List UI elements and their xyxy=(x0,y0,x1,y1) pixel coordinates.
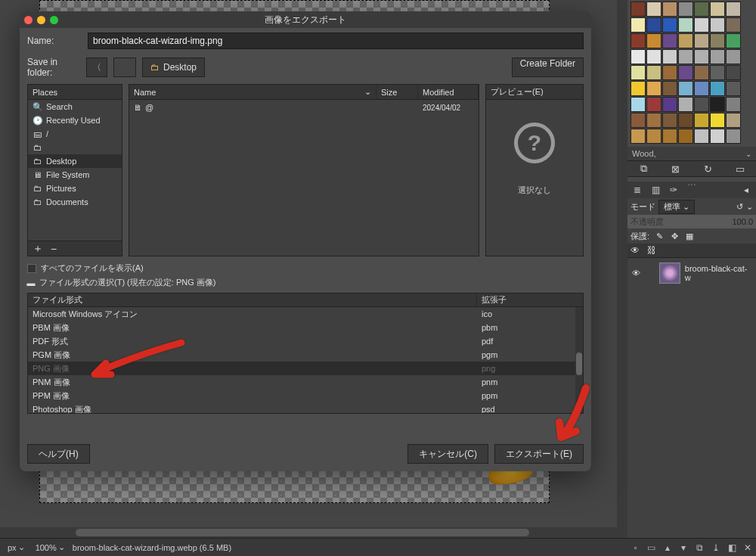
cancel-button[interactable]: キャンセル(C) xyxy=(407,444,488,464)
delete-icon[interactable]: ⊠ xyxy=(670,163,682,175)
places-item[interactable]: 🗀Desktop xyxy=(28,154,122,168)
swatch[interactable] xyxy=(710,33,725,48)
swatch[interactable] xyxy=(631,129,646,144)
new-group-icon[interactable]: ▭ xyxy=(646,542,657,553)
swatch[interactable] xyxy=(646,113,662,128)
move-icon[interactable]: ✥ xyxy=(669,231,680,241)
visibility-toggle-icon[interactable]: 👁 xyxy=(631,269,643,278)
swatch[interactable] xyxy=(631,17,646,33)
swatch[interactable] xyxy=(662,97,677,112)
file-type-select-label[interactable]: ファイル形式の選択(T) (現在の設定: PNG 画像) xyxy=(39,277,215,288)
swatch[interactable] xyxy=(631,81,646,96)
swatch[interactable] xyxy=(710,81,725,96)
swatch[interactable] xyxy=(678,2,693,17)
places-item[interactable]: 🗀Pictures xyxy=(28,182,122,195)
swatch[interactable] xyxy=(678,97,693,112)
swatch[interactable] xyxy=(726,65,741,80)
swatch[interactable] xyxy=(694,81,709,96)
swatch[interactable] xyxy=(631,49,646,64)
swatch[interactable] xyxy=(646,33,662,48)
swatch[interactable] xyxy=(662,65,677,80)
layer-item[interactable]: 👁 broom-black-cat-w xyxy=(631,261,753,285)
scrollbar-vertical[interactable] xyxy=(617,0,627,527)
swatch[interactable] xyxy=(726,113,741,128)
alpha-icon[interactable]: ▦ xyxy=(684,231,695,241)
swatch[interactable] xyxy=(694,17,709,33)
create-folder-button[interactable]: Create Folder xyxy=(512,57,584,77)
open-icon[interactable]: ▭ xyxy=(734,163,746,175)
swatch[interactable] xyxy=(726,17,741,33)
layers-tab-icon[interactable]: ≣ xyxy=(631,183,644,197)
swatch[interactable] xyxy=(726,49,741,64)
swatch-label-row[interactable]: Wood, ⌄ xyxy=(627,147,756,160)
merge-icon[interactable]: ⤓ xyxy=(711,542,721,553)
swatch[interactable] xyxy=(631,113,646,128)
pattern-swatches[interactable] xyxy=(627,0,756,147)
tab-menu-icon[interactable]: ◂ xyxy=(739,183,753,197)
swatch[interactable] xyxy=(662,17,677,33)
filetype-row[interactable]: PPM 画像ppm xyxy=(28,389,583,402)
swatch[interactable] xyxy=(678,129,693,144)
path-back-button[interactable]: 〈 xyxy=(86,57,107,77)
swatch[interactable] xyxy=(678,33,693,48)
new-layer-icon[interactable]: ▫ xyxy=(631,542,641,553)
filetype-row[interactable]: Microsoft Windows アイコンico xyxy=(28,307,583,321)
places-item[interactable]: 🔍Search xyxy=(28,100,122,113)
maximize-icon[interactable] xyxy=(50,16,58,24)
swatch[interactable] xyxy=(694,129,709,144)
close-icon[interactable] xyxy=(24,16,33,24)
brush-icon[interactable]: ✎ xyxy=(654,231,665,241)
swatch[interactable] xyxy=(678,17,693,33)
switch-icon[interactable]: ↺ xyxy=(736,202,743,212)
swatch[interactable] xyxy=(678,65,693,80)
help-button[interactable]: ヘルプ(H) xyxy=(27,444,90,464)
swatch[interactable] xyxy=(726,33,741,48)
col-header-name[interactable]: Name ⌄ xyxy=(129,85,376,99)
filetype-row[interactable]: PNG 画像png xyxy=(28,362,583,375)
swatch[interactable] xyxy=(646,65,662,80)
minimize-icon[interactable] xyxy=(37,16,45,24)
filetype-scrollbar[interactable] xyxy=(575,307,583,413)
export-button[interactable]: エクスポート(E) xyxy=(494,444,584,464)
duplicate-layer-icon[interactable]: ⧉ xyxy=(695,542,705,553)
scrollbar-horizontal[interactable] xyxy=(0,527,627,538)
swatch[interactable] xyxy=(631,2,646,17)
file-row[interactable]: 🗎@2024/04/02 xyxy=(129,100,479,115)
swatch[interactable] xyxy=(646,97,662,112)
places-item[interactable]: 🕑Recently Used xyxy=(28,113,122,127)
filetype-row[interactable]: PDF 形式pdf xyxy=(28,334,583,348)
swatch[interactable] xyxy=(710,97,725,112)
path-segment-empty[interactable] xyxy=(113,57,136,77)
swatch[interactable] xyxy=(710,129,725,144)
col-header-modified[interactable]: Modified xyxy=(418,85,479,99)
swatch[interactable] xyxy=(694,49,709,64)
col-header-size[interactable]: Size xyxy=(376,85,418,99)
raise-layer-icon[interactable]: ▴ xyxy=(662,542,673,553)
swatch[interactable] xyxy=(678,81,693,96)
swatch[interactable] xyxy=(662,2,677,17)
places-item[interactable]: 🗀 xyxy=(28,141,122,154)
panel-grip[interactable] xyxy=(627,177,756,182)
filename-input[interactable] xyxy=(88,33,584,49)
mode-dropdown[interactable]: 標準⌄ xyxy=(658,200,695,214)
dialog-titlebar[interactable]: 画像をエクスポート xyxy=(20,11,591,28)
ft-header-ext[interactable]: 拡張子 xyxy=(477,294,583,306)
swatch[interactable] xyxy=(662,81,677,96)
swatch[interactable] xyxy=(726,129,741,144)
delete-layer-icon[interactable]: ✕ xyxy=(742,542,753,553)
swatch[interactable] xyxy=(646,49,662,64)
swatch[interactable] xyxy=(662,49,677,64)
zoom-dropdown[interactable]: 100% ⌄ xyxy=(33,542,68,553)
mask-icon[interactable]: ◧ xyxy=(727,542,737,553)
swatch[interactable] xyxy=(694,113,709,128)
filetype-row[interactable]: PGM 画像pgm xyxy=(28,348,583,362)
channels-tab-icon[interactable]: ▥ xyxy=(649,183,662,197)
swatch[interactable] xyxy=(694,2,709,17)
swatch[interactable] xyxy=(631,65,646,80)
swatch[interactable] xyxy=(694,33,709,48)
swatch[interactable] xyxy=(678,49,693,64)
refresh-icon[interactable]: ↻ xyxy=(702,163,714,175)
places-item[interactable]: 🗀Documents xyxy=(28,195,122,209)
places-item[interactable]: 🖴/ xyxy=(28,127,122,141)
swatch[interactable] xyxy=(726,81,741,96)
